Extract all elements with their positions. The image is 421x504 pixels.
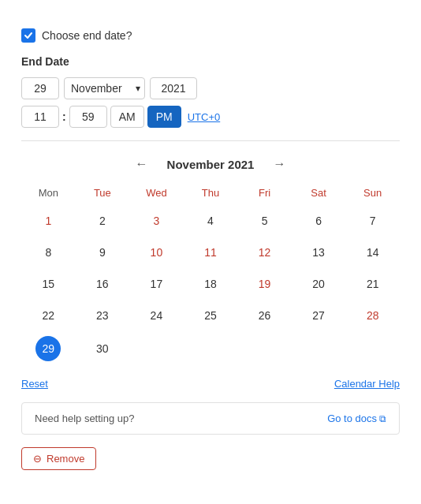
table-row[interactable]: 19 bbox=[237, 268, 292, 300]
table-row[interactable]: 20 bbox=[292, 268, 346, 300]
table-row[interactable]: 13 bbox=[292, 237, 346, 268]
table-row[interactable]: 30 bbox=[76, 331, 130, 365]
date-row: November JanuaryFebruaryMarch AprilMayJu… bbox=[21, 77, 400, 99]
table-row[interactable]: 12 bbox=[237, 237, 292, 268]
month-select[interactable]: November JanuaryFebruaryMarch AprilMayJu… bbox=[64, 77, 145, 99]
table-row bbox=[292, 331, 346, 365]
pm-button[interactable]: PM bbox=[147, 106, 181, 128]
header-thu: Thu bbox=[184, 184, 238, 205]
table-row[interactable]: 26 bbox=[237, 300, 292, 331]
table-row: 29 30 bbox=[21, 331, 400, 365]
help-text: Need help setting up? bbox=[35, 413, 134, 424]
header-wed: Wed bbox=[129, 184, 184, 205]
table-row: 1 2 3 4 5 6 7 bbox=[21, 205, 400, 237]
calendar-footer: Reset Calendar Help bbox=[21, 378, 400, 390]
table-row bbox=[345, 331, 400, 365]
table-row[interactable]: 11 bbox=[184, 237, 238, 268]
calendar-header-row: Mon Tue Wed Thu Fri Sat Sun bbox=[21, 184, 400, 205]
table-row bbox=[237, 331, 292, 365]
end-date-checkbox[interactable] bbox=[21, 28, 35, 43]
table-row[interactable]: 6 bbox=[292, 205, 346, 237]
divider bbox=[21, 140, 400, 141]
remove-icon: ⊖ bbox=[33, 453, 42, 465]
goto-docs-link[interactable]: Go to docs ⧉ bbox=[327, 413, 386, 424]
header-sat: Sat bbox=[292, 184, 346, 205]
header-mon: Mon bbox=[21, 184, 76, 205]
checkbox-label: Choose end date? bbox=[42, 29, 132, 42]
table-row[interactable]: 3 bbox=[129, 205, 184, 237]
next-month-button[interactable]: → bbox=[266, 154, 292, 174]
table-row[interactable]: 2 bbox=[76, 205, 130, 237]
calendar-body: 1 2 3 4 5 6 7 8 9 10 11 12 13 14 bbox=[21, 205, 400, 365]
remove-button[interactable]: ⊖ Remove bbox=[21, 447, 96, 470]
table-row[interactable]: 17 bbox=[129, 268, 184, 300]
table-row[interactable]: 18 bbox=[184, 268, 238, 300]
remove-label: Remove bbox=[47, 453, 84, 465]
time-colon: : bbox=[62, 110, 66, 123]
table-row[interactable]: 4 bbox=[184, 205, 238, 237]
table-row[interactable]: 25 bbox=[184, 300, 238, 331]
table-row[interactable]: 15 bbox=[21, 268, 76, 300]
header-fri: Fri bbox=[237, 184, 292, 205]
table-row bbox=[184, 331, 238, 365]
calendar-grid: Mon Tue Wed Thu Fri Sat Sun 1 2 3 4 5 6 bbox=[21, 184, 400, 365]
table-row[interactable]: 7 bbox=[345, 205, 400, 237]
prev-month-button[interactable]: ← bbox=[129, 154, 155, 174]
checkbox-row: Choose end date? bbox=[21, 28, 400, 43]
year-input[interactable] bbox=[150, 77, 197, 99]
selected-day[interactable]: 29 bbox=[21, 331, 76, 365]
table-row[interactable]: 8 bbox=[21, 237, 76, 268]
main-container: Choose end date? End Date November Janua… bbox=[21, 16, 400, 483]
day-input[interactable] bbox=[21, 77, 59, 99]
table-row[interactable]: 21 bbox=[345, 268, 400, 300]
time-row: : AM PM UTC+0 bbox=[21, 106, 400, 128]
timezone-label[interactable]: UTC+0 bbox=[188, 111, 221, 123]
table-row[interactable]: 28 bbox=[345, 300, 400, 331]
header-tue: Tue bbox=[76, 184, 130, 205]
calendar-help-button[interactable]: Calendar Help bbox=[334, 378, 400, 390]
goto-docs-label: Go to docs bbox=[327, 413, 377, 424]
table-row[interactable]: 14 bbox=[345, 237, 400, 268]
table-row[interactable]: 23 bbox=[76, 300, 130, 331]
calendar-header: ← November 2021 → bbox=[21, 154, 400, 174]
table-row[interactable]: 27 bbox=[292, 300, 346, 331]
table-row[interactable]: 10 bbox=[129, 237, 184, 268]
table-row: 8 9 10 11 12 13 14 bbox=[21, 237, 400, 268]
table-row[interactable]: 16 bbox=[76, 268, 130, 300]
calendar-title: November 2021 bbox=[167, 158, 255, 171]
month-select-wrapper[interactable]: November JanuaryFebruaryMarch AprilMayJu… bbox=[64, 77, 145, 99]
table-row: 22 23 24 25 26 27 28 bbox=[21, 300, 400, 331]
table-row[interactable]: 9 bbox=[76, 237, 130, 268]
calendar: ← November 2021 → Mon Tue Wed Thu Fri Sa… bbox=[21, 154, 400, 390]
table-row[interactable]: 1 bbox=[21, 205, 76, 237]
table-row bbox=[129, 331, 184, 365]
table-row[interactable]: 24 bbox=[129, 300, 184, 331]
table-row[interactable]: 22 bbox=[21, 300, 76, 331]
table-row[interactable]: 5 bbox=[237, 205, 292, 237]
external-link-icon: ⧉ bbox=[379, 413, 386, 424]
table-row: 15 16 17 18 19 20 21 bbox=[21, 268, 400, 300]
hour-input[interactable] bbox=[21, 106, 59, 128]
am-button[interactable]: AM bbox=[110, 106, 144, 128]
reset-button[interactable]: Reset bbox=[21, 378, 48, 390]
minute-input[interactable] bbox=[69, 106, 107, 128]
help-box: Need help setting up? Go to docs ⧉ bbox=[21, 402, 400, 435]
end-date-label: End Date bbox=[21, 55, 400, 68]
header-sun: Sun bbox=[345, 184, 400, 205]
